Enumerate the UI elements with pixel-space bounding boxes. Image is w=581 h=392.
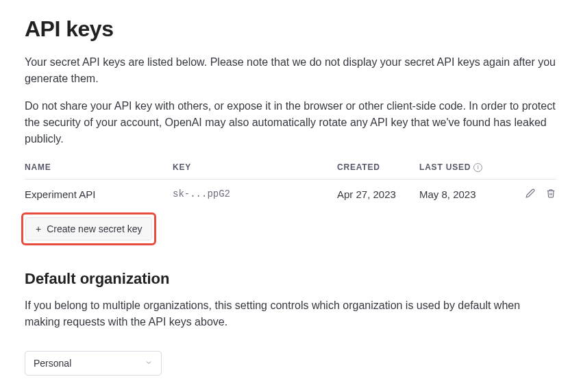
header-name: NAME	[25, 162, 173, 180]
header-last-used: LAST USEDi	[419, 162, 502, 180]
key-last-used: May 8, 2023	[419, 180, 502, 206]
api-keys-table: NAME KEY CREATED LAST USEDi Experiment A…	[25, 162, 556, 206]
create-secret-key-button[interactable]: + Create new secret key	[25, 217, 152, 241]
intro-paragraph-1: Your secret API keys are listed below. P…	[25, 54, 556, 87]
highlight-box: + Create new secret key	[21, 212, 156, 245]
default-org-description: If you belong to multiple organizations,…	[25, 297, 556, 330]
table-row: Experiment API sk-...ppG2 Apr 27, 2023 M…	[25, 180, 556, 206]
organization-select[interactable]: Personal	[25, 351, 162, 376]
edit-icon[interactable]	[525, 188, 536, 199]
default-org-heading: Default organization	[25, 270, 556, 288]
intro-paragraph-2: Do not share your API key with others, o…	[25, 98, 556, 147]
info-icon[interactable]: i	[473, 163, 482, 172]
key-value: sk-...ppG2	[173, 180, 337, 206]
page-title: API keys	[25, 16, 556, 42]
key-name: Experiment API	[25, 180, 173, 206]
key-created: Apr 27, 2023	[337, 180, 419, 206]
header-key: KEY	[173, 162, 337, 180]
header-created: CREATED	[337, 162, 419, 180]
organization-selected-value: Personal	[34, 358, 71, 369]
chevron-down-icon	[145, 358, 153, 369]
plus-icon: +	[36, 224, 41, 234]
delete-icon[interactable]	[545, 188, 556, 199]
